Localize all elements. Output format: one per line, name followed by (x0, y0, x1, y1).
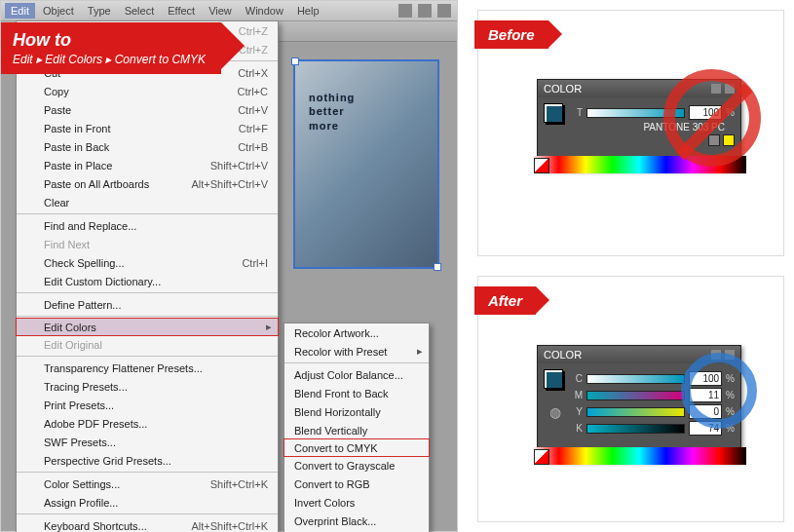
toolbar-icon[interactable] (437, 4, 451, 18)
menu-item[interactable]: Edit Custom Dictionary... (17, 272, 278, 290)
submenu-item[interactable]: Recolor Artwork... (284, 323, 429, 342)
ribbon-title: How to (13, 30, 206, 51)
before-card: Before COLOR T % (477, 10, 784, 256)
menu-select[interactable]: Select (119, 3, 161, 19)
highlight-circle-icon (681, 353, 757, 429)
panel-title: COLOR (544, 83, 582, 95)
edit-menu: UndoCtrl+Z RedoCtrl+Z CutCtrl+X CopyCtrl… (16, 20, 279, 532)
fill-swatch[interactable] (544, 369, 563, 389)
cube-icon: ◍ (549, 404, 563, 418)
y-slider[interactable] (586, 407, 685, 417)
art-text: more (309, 119, 355, 133)
menu-help[interactable]: Help (291, 3, 325, 19)
spectrum-bar[interactable] (532, 447, 746, 465)
menu-edit-colors[interactable]: Edit Colors (16, 318, 279, 336)
menu-item: Find Next (17, 235, 278, 253)
ribbon-path: Edit ▸ Edit Colors ▸ Convert to CMYK (13, 53, 206, 66)
menu-item[interactable]: Paste on All ArtboardsAlt+Shift+Ctrl+V (17, 174, 278, 193)
after-tag: After (474, 286, 536, 315)
menu-item[interactable]: Find and Replace... (17, 216, 278, 235)
after-card: After COLOR ◍ C% M% (477, 276, 784, 522)
menu-item[interactable]: Clear (17, 193, 278, 211)
menu-item[interactable]: Paste in BackCtrl+B (17, 137, 278, 156)
menu-item[interactable]: Transparency Flattener Presets... (17, 359, 278, 377)
menu-edit[interactable]: Edit (5, 3, 35, 19)
menu-item[interactable]: Paste in PlaceShift+Ctrl+V (17, 156, 278, 174)
k-slider[interactable] (586, 424, 685, 434)
menu-item[interactable]: Perspective Grid Presets... (17, 451, 278, 470)
before-tag: Before (474, 20, 548, 49)
tint-label: T (571, 107, 583, 118)
artboard[interactable]: nothing better more (293, 59, 439, 269)
fill-swatch[interactable] (544, 103, 563, 123)
panel-title: COLOR (544, 349, 582, 361)
howto-ribbon: How to Edit ▸ Edit Colors ▸ Convert to C… (1, 22, 221, 74)
menu-item[interactable]: Color Settings...Shift+Ctrl+K (17, 475, 278, 493)
menubar: Edit Object Type Select Effect View Wind… (1, 1, 457, 20)
app-screenshot: Edit Object Type Select Effect View Wind… (0, 0, 458, 532)
toolbar-icon[interactable] (398, 4, 412, 18)
art-text: nothing (309, 91, 355, 104)
edit-colors-submenu: Recolor Artwork... Recolor with Preset A… (284, 323, 430, 532)
menu-item[interactable]: Tracing Presets... (17, 377, 278, 396)
menu-type[interactable]: Type (82, 3, 117, 19)
menu-item[interactable]: Define Pattern... (17, 295, 278, 314)
c-slider[interactable] (586, 374, 685, 384)
toolbar-icon[interactable] (418, 4, 432, 18)
submenu-convert-cmyk[interactable]: Convert to CMYK (284, 438, 430, 457)
menu-item[interactable]: CopyCtrl+C (17, 82, 278, 100)
menu-item[interactable]: Assign Profile... (17, 493, 278, 512)
m-slider[interactable] (586, 391, 685, 400)
submenu-item: Convert to RGB (284, 475, 429, 493)
art-text: better (309, 104, 355, 118)
submenu-item[interactable]: Invert Colors (284, 493, 429, 512)
menu-effect[interactable]: Effect (162, 3, 201, 19)
menu-window[interactable]: Window (240, 3, 289, 19)
submenu-item[interactable]: Convert to Grayscale (284, 456, 429, 475)
menu-item[interactable]: Adobe PDF Presets... (17, 414, 278, 433)
menu-item[interactable]: Keyboard Shortcuts...Alt+Shift+Ctrl+K (17, 516, 278, 532)
submenu-item[interactable]: Blend Horizontally (284, 402, 429, 421)
menu-item[interactable]: Print Presets... (17, 396, 278, 414)
menu-view[interactable]: View (203, 3, 238, 19)
menu-item[interactable]: PasteCtrl+V (17, 100, 278, 119)
submenu-item[interactable]: Blend Vertically (284, 421, 429, 439)
menu-item[interactable]: Paste in FrontCtrl+F (17, 119, 278, 137)
submenu-item[interactable]: Blend Front to Back (284, 384, 429, 402)
menu-item[interactable]: Check Spelling...Ctrl+I (17, 253, 278, 272)
prohibited-icon (663, 69, 761, 167)
submenu-item[interactable]: Adjust Color Balance... (284, 365, 429, 384)
menu-item[interactable]: SWF Presets... (17, 433, 278, 451)
menu-item: Edit Original (17, 335, 278, 354)
submenu-item[interactable]: Recolor with Preset (284, 342, 429, 361)
submenu-item[interactable]: Overprint Black... (284, 512, 429, 530)
menu-object[interactable]: Object (37, 3, 80, 19)
